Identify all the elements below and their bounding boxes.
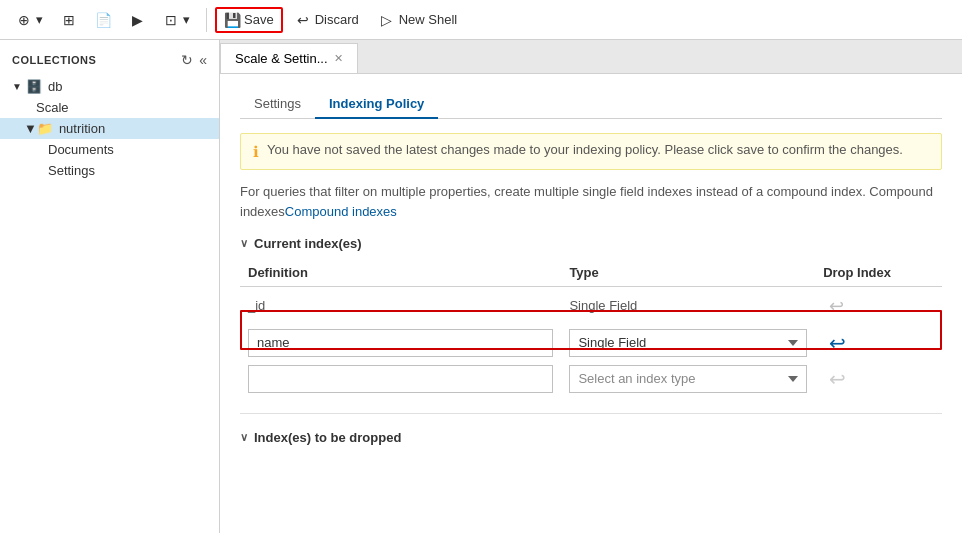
collection-icon: 📁 xyxy=(37,121,53,136)
nutrition-triangle: ▼ xyxy=(24,121,37,136)
save-button[interactable]: 💾 Save xyxy=(215,7,283,33)
new-drop-cell: ↩ xyxy=(815,361,942,397)
collapse-icon[interactable]: « xyxy=(199,52,207,68)
collections-title: COLLECTIONS xyxy=(12,54,96,66)
scale-label: Scale xyxy=(36,100,69,115)
name-definition-cell[interactable] xyxy=(240,325,561,361)
open-icon: ⊞ xyxy=(61,12,77,28)
save-label: Save xyxy=(244,12,274,27)
drop-toggle-icon[interactable]: ∨ xyxy=(240,431,248,444)
shell-icon: ▷ xyxy=(379,12,395,28)
current-indexes-label: Current index(es) xyxy=(254,236,362,251)
sidebar-header-icons: ↻ « xyxy=(181,52,207,68)
main-layout: COLLECTIONS ↻ « ▼ 🗄️ db Scale ▼ 📁 nutrit… xyxy=(0,40,962,533)
col-definition: Definition xyxy=(240,261,561,287)
new-shell-label: New Shell xyxy=(399,12,458,27)
sidebar-item-settings[interactable]: Settings xyxy=(0,160,219,181)
file-icon: 📄 xyxy=(95,12,111,28)
warning-icon: ℹ xyxy=(253,143,259,161)
page-content: Settings Indexing Policy ℹ You have not … xyxy=(220,74,962,533)
drop-index-button-id: ↩ xyxy=(823,293,850,319)
nutrition-label: nutrition xyxy=(59,121,105,136)
db-label: db xyxy=(48,79,62,94)
drop-cell: ↩ xyxy=(815,286,942,325)
warning-message: You have not saved the latest changes ma… xyxy=(267,142,903,157)
name-drop-cell: ↩ xyxy=(815,325,942,361)
compound-indexes-link-text[interactable]: Compound indexes xyxy=(285,204,397,219)
sidebar-item-db[interactable]: ▼ 🗄️ db xyxy=(0,76,219,97)
info-text-prefix: For queries that filter on multiple prop… xyxy=(240,184,866,199)
table-header-row: Definition Type Drop Index xyxy=(240,261,942,287)
new-shell-button[interactable]: ▷ New Shell xyxy=(371,8,466,32)
table-row: _id Single Field ↩ xyxy=(240,286,942,325)
indexes-to-drop-header: ∨ Index(es) to be dropped xyxy=(240,430,942,445)
warning-banner: ℹ You have not saved the latest changes … xyxy=(240,133,942,170)
discard-label: Discard xyxy=(315,12,359,27)
tab-settings[interactable]: Settings xyxy=(240,90,315,119)
type-cell: Single Field xyxy=(561,286,815,325)
tab-close-button[interactable]: ✕ xyxy=(334,52,343,65)
section-divider xyxy=(240,413,942,414)
settings-label: Settings xyxy=(48,163,95,178)
table-row: Single Field Compound ↩ xyxy=(240,325,942,361)
table-row: Select an index type Single Field Compou… xyxy=(240,361,942,397)
name-type-cell[interactable]: Single Field Compound xyxy=(561,325,815,361)
db-icon: 🗄️ xyxy=(26,79,42,94)
name-type-select[interactable]: Single Field Compound xyxy=(569,329,807,357)
col-type: Type xyxy=(561,261,815,287)
sub-tabs: Settings Indexing Policy xyxy=(240,90,942,119)
new-icon: ⊕ xyxy=(16,12,32,28)
tab-bar: Scale & Settin... ✕ xyxy=(220,40,962,74)
open-button[interactable]: ⊞ xyxy=(53,8,85,32)
toolbar-left-group: ⊕ ▾ ⊞ 📄 ▶ ⊡ ▾ xyxy=(8,8,198,32)
split-chevron: ▾ xyxy=(183,12,190,27)
documents-label: Documents xyxy=(48,142,114,157)
col-drop-index: Drop Index xyxy=(815,261,942,287)
refresh-icon[interactable]: ↻ xyxy=(181,52,193,68)
index-table-wrapper: Definition Type Drop Index _id Sin xyxy=(240,261,942,397)
index-table: Definition Type Drop Index _id Sin xyxy=(240,261,942,397)
discard-button[interactable]: ↩ Discard xyxy=(287,8,367,32)
content-area: Scale & Settin... ✕ Settings Indexing Po… xyxy=(220,40,962,533)
sidebar-item-documents[interactable]: Documents xyxy=(0,139,219,160)
save-icon: 💾 xyxy=(224,12,240,28)
info-text: For queries that filter on multiple prop… xyxy=(240,182,942,222)
id-type-value: Single Field xyxy=(569,298,637,313)
name-definition-input[interactable] xyxy=(248,329,553,357)
split-button[interactable]: ⊡ ▾ xyxy=(155,8,198,32)
new-type-select[interactable]: Select an index type Single Field Compou… xyxy=(569,365,807,393)
file-button[interactable]: 📄 xyxy=(87,8,119,32)
toolbar: ⊕ ▾ ⊞ 📄 ▶ ⊡ ▾ 💾 Save ↩ Discard ▷ New She… xyxy=(0,0,962,40)
discard-icon: ↩ xyxy=(295,12,311,28)
scale-settings-tab[interactable]: Scale & Settin... ✕ xyxy=(220,43,358,73)
tab-indexing-policy[interactable]: Indexing Policy xyxy=(315,90,438,119)
triangle-icon: ▼ xyxy=(12,81,22,92)
indexes-to-drop-label: Index(es) to be dropped xyxy=(254,430,401,445)
toolbar-separator-1 xyxy=(206,8,207,32)
new-definition-input[interactable] xyxy=(248,365,553,393)
new-definition-cell[interactable] xyxy=(240,361,561,397)
split-icon: ⊡ xyxy=(163,12,179,28)
current-indexes-header: ∨ Current index(es) xyxy=(240,236,942,251)
id-definition-value: _id xyxy=(248,298,265,313)
play-button[interactable]: ▶ xyxy=(121,8,153,32)
drop-index-button-name[interactable]: ↩ xyxy=(823,329,852,357)
new-chevron: ▾ xyxy=(36,12,43,27)
sidebar-item-scale[interactable]: Scale xyxy=(0,97,219,118)
sidebar-header: COLLECTIONS ↻ « xyxy=(0,48,219,76)
definition-cell: _id xyxy=(240,286,561,325)
play-icon: ▶ xyxy=(129,12,145,28)
sidebar: COLLECTIONS ↻ « ▼ 🗄️ db Scale ▼ 📁 nutrit… xyxy=(0,40,220,533)
tab-label: Scale & Settin... xyxy=(235,51,328,66)
new-button[interactable]: ⊕ ▾ xyxy=(8,8,51,32)
new-type-cell[interactable]: Select an index type Single Field Compou… xyxy=(561,361,815,397)
sidebar-item-nutrition[interactable]: ▼ 📁 nutrition xyxy=(0,118,219,139)
current-toggle-icon[interactable]: ∨ xyxy=(240,237,248,250)
drop-index-button-new: ↩ xyxy=(823,365,852,393)
